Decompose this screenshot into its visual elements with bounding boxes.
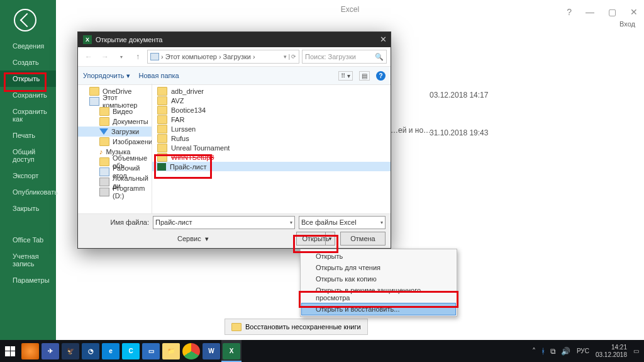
file-row[interactable]: Lurssen (152, 124, 391, 133)
mus-icon: ♪ (99, 148, 103, 156)
tree-label: Programm (D:) (113, 184, 152, 200)
login-link[interactable]: Вход (619, 20, 635, 28)
file-label: Прайс-лист (170, 163, 207, 171)
disk-icon (99, 178, 109, 186)
menu-open[interactable]: Открыть (302, 251, 455, 262)
preview-pane-button[interactable]: ▤ (359, 71, 370, 81)
tree-node[interactable]: Загрузки (78, 127, 152, 137)
tools-menu[interactable]: Сервис ▾ (83, 235, 209, 243)
folder-icon (89, 87, 99, 96)
excel-icon: X (83, 35, 92, 44)
filename-label: Имя файла: (83, 218, 149, 226)
file-label: WinNTSetup3 (171, 154, 214, 161)
file-row[interactable]: Bootice134 (152, 105, 391, 115)
bs-item-print[interactable]: Печать (0, 127, 56, 144)
taskbar-app[interactable] (20, 340, 40, 362)
nav-forward-icon[interactable]: → (98, 50, 112, 64)
taskbar-app[interactable]: 📁 (161, 340, 181, 362)
filename-input[interactable]: Прайс-лист ▾ (153, 216, 295, 229)
bs-item-officetab[interactable]: Office Tab (0, 232, 56, 248)
help-icon[interactable]: ? (376, 71, 386, 81)
open-split-chevron-icon[interactable]: ▼ (325, 232, 335, 245)
dialog-close-button[interactable]: ✕ (380, 35, 387, 44)
bs-item-save[interactable]: Сохранить (0, 87, 56, 103)
menu-open-repair[interactable]: Открыть и восстановить... (301, 303, 456, 315)
file-list: adb_driverAVZBootice134FARLurssenRufusUn… (152, 84, 391, 214)
bs-item-saveas[interactable]: Сохранить как (0, 103, 56, 127)
crumb-downloads[interactable]: Загрузки (223, 53, 251, 60)
tray-wifi-icon[interactable]: ⧉ (550, 347, 556, 356)
file-row[interactable]: Unreal Tournament (152, 143, 391, 152)
tree-node[interactable]: Этот компьютер (78, 96, 152, 106)
search-input[interactable]: Поиск: Загрузки 🔍 (302, 50, 387, 64)
tray-chevron-icon[interactable]: ˄ (532, 347, 536, 356)
bs-item-publish[interactable]: Опубликовать (0, 184, 56, 200)
folder-icon (157, 96, 167, 105)
restore-unsaved-button[interactable]: Восстановить несохраненные книги (225, 319, 368, 335)
nav-back-icon[interactable]: ← (82, 50, 96, 64)
file-label: adb_driver (171, 88, 204, 95)
taskbar-app[interactable]: 🦅 (60, 340, 80, 362)
app-title: Excel (341, 5, 359, 14)
taskbar-excel[interactable]: X (221, 340, 242, 362)
action-center-icon[interactable]: ▭ (633, 348, 639, 354)
file-row[interactable]: Rufus (152, 133, 391, 143)
tray-bluetooth-icon[interactable]: ᚼ (541, 347, 545, 356)
bs-item-options[interactable]: Параметры (0, 272, 56, 288)
filetype-select[interactable]: Все файлы Excel ▾ (299, 216, 386, 229)
new-folder-button[interactable]: Новая папка (139, 72, 179, 79)
maximize-icon[interactable]: ▢ (608, 3, 616, 21)
tree-node[interactable]: Изображения (78, 137, 152, 147)
view-mode-button[interactable]: ⠿ ▾ (338, 71, 353, 81)
bs-item-open[interactable]: Открыть (0, 71, 56, 87)
pc-icon (150, 53, 159, 60)
taskbar-word[interactable]: W (201, 340, 221, 362)
nav-up-icon[interactable]: ↑ (131, 50, 145, 64)
breadcrumb[interactable]: › Этот компьютер › Загрузки › ▾ | ⟳ (147, 50, 299, 64)
nav-recent-icon[interactable]: ▾ (114, 50, 128, 64)
close-icon[interactable]: ✕ (630, 3, 638, 21)
file-row[interactable]: Прайс-лист (152, 162, 391, 171)
open-button[interactable]: Открыть ▼ (296, 232, 335, 246)
file-label: FAR (171, 116, 184, 123)
refresh-icon[interactable]: ⟳ (291, 54, 296, 60)
taskbar-clock[interactable]: 14:21 03.12.2018 (596, 344, 627, 359)
dialog-titlebar: X Открытие документа ✕ (78, 32, 391, 47)
file-label: Bootice134 (171, 106, 206, 114)
taskbar-app[interactable]: e (101, 340, 121, 362)
organize-menu[interactable]: Упорядочить ▾ (83, 72, 130, 80)
taskbar-app[interactable]: ✈ (40, 340, 60, 362)
bs-item-new[interactable]: Создать (0, 54, 56, 71)
tray-volume-icon[interactable]: 🔊 (561, 347, 570, 356)
taskbar-app[interactable]: ▭ (141, 340, 161, 362)
dialog-title: Открытие документа (96, 36, 162, 43)
back-button[interactable] (14, 9, 36, 31)
menu-open-copy[interactable]: Открыть как копию (302, 273, 455, 285)
taskbar-app[interactable]: C (121, 340, 141, 362)
bs-item-info[interactable]: Сведения (0, 38, 56, 54)
help-icon[interactable]: ? (567, 3, 572, 21)
bs-item-account[interactable]: Учетная запись (0, 248, 56, 272)
folder-icon (99, 107, 109, 116)
file-row[interactable]: WinNTSetup3 (152, 152, 391, 162)
menu-open-readonly[interactable]: Открыть для чтения (302, 262, 455, 273)
crumb-pc[interactable]: Этот компьютер (165, 53, 217, 60)
taskbar-app[interactable]: ◔ (80, 340, 101, 362)
tree-node[interactable]: Документы (78, 116, 152, 127)
bs-item-share[interactable]: Общий доступ (0, 144, 56, 167)
file-row[interactable]: adb_driver (152, 86, 391, 96)
tree-node[interactable]: Programm (D:) (78, 187, 152, 197)
open-file-dialog: X Открытие документа ✕ ← → ▾ ↑ › Этот ко… (77, 31, 391, 249)
cancel-button[interactable]: Отмена (340, 232, 386, 246)
file-row[interactable]: AVZ (152, 96, 391, 105)
system-tray[interactable]: ˄ ᚼ ⧉ 🔊 (532, 347, 570, 356)
bs-item-close[interactable]: Закрыть (0, 200, 56, 217)
taskbar-chrome[interactable] (181, 340, 201, 362)
menu-open-protected[interactable]: Открыть в режиме защищенного просмотра (302, 285, 455, 303)
start-button[interactable] (0, 340, 20, 362)
tree-label: Этот компьютер (103, 94, 152, 109)
bs-item-export[interactable]: Экспорт (0, 167, 56, 184)
file-row[interactable]: FAR (152, 115, 391, 124)
minimize-icon[interactable]: — (586, 3, 594, 21)
language-indicator[interactable]: РУС (577, 348, 589, 354)
